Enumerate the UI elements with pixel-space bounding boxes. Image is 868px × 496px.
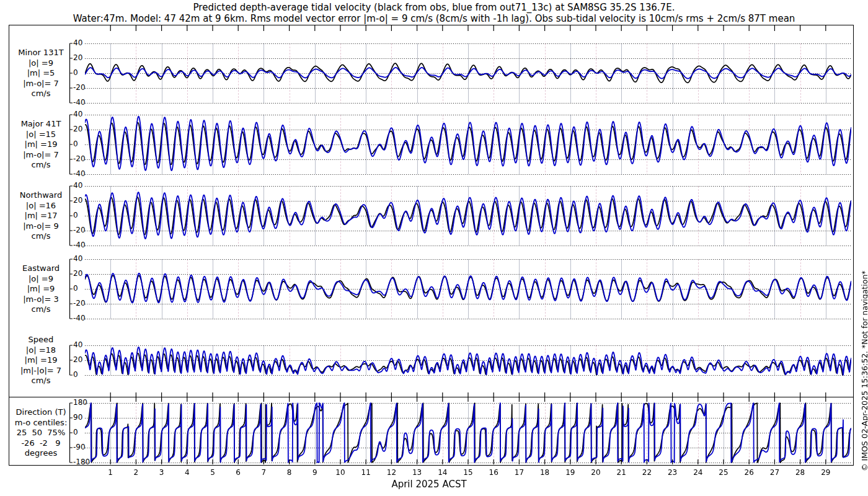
x-tick-label: 12 xyxy=(387,468,396,477)
x-tick-label: 21 xyxy=(617,468,626,477)
day-tick-marks xyxy=(0,0,868,496)
x-tick-label: 23 xyxy=(668,468,677,477)
x-tick-label: 22 xyxy=(642,468,652,477)
x-tick-label: 29 xyxy=(821,468,830,477)
x-tick-label: 24 xyxy=(693,468,702,477)
x-axis-title: April 2025 ACST xyxy=(85,479,773,490)
x-tick-label: 13 xyxy=(412,468,422,477)
x-tick-label: 11 xyxy=(361,468,371,477)
x-tick-label: 25 xyxy=(719,468,728,477)
x-tick-label: 9 xyxy=(312,468,317,477)
x-tick-label: 17 xyxy=(515,468,524,477)
x-tick-label: 28 xyxy=(795,468,805,477)
x-tick-label: 27 xyxy=(770,468,779,477)
x-tick-label: 26 xyxy=(745,468,754,477)
x-tick-label: 5 xyxy=(210,468,215,477)
credit-note: © IMOS 02-Apr-2025 15:36:52. *Not for na… xyxy=(860,180,868,471)
x-tick-label: 15 xyxy=(463,468,472,477)
x-tick-label: 1 xyxy=(108,468,113,477)
x-tick-label: 4 xyxy=(185,468,190,477)
x-tick-label: 2 xyxy=(134,468,139,477)
x-tick-label: 7 xyxy=(262,468,267,477)
x-tick-label: 19 xyxy=(565,468,575,477)
tidal-velocity-figure: Predicted depth-average tidal velocity (… xyxy=(0,0,868,496)
x-tick-label: 10 xyxy=(335,468,345,477)
x-tick-label: 6 xyxy=(236,468,241,477)
x-tick-label: 3 xyxy=(159,468,164,477)
x-tick-label: 18 xyxy=(540,468,549,477)
x-tick-label: 14 xyxy=(438,468,447,477)
x-tick-label: 8 xyxy=(287,468,292,477)
x-tick-label: 20 xyxy=(591,468,600,477)
x-tick-label: 16 xyxy=(489,468,498,477)
